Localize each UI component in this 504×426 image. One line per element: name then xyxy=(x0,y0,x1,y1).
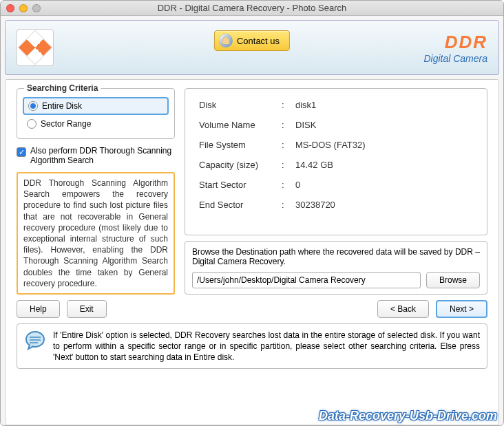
thorough-description: DDR Thorough Scanning Algorithm Search e… xyxy=(17,172,175,295)
radio-sector-range[interactable]: Sector Range xyxy=(23,116,169,131)
info-label: End Sector xyxy=(199,200,282,210)
searching-criteria-fieldset: Searching Criteria Entire Disk Sector Ra… xyxy=(17,88,175,139)
brand-title: DDR xyxy=(423,32,487,53)
watermark: Data-Recovery-Usb-Drive.com xyxy=(319,409,497,423)
info-value: MS-DOS (FAT32) xyxy=(295,140,473,150)
contact-label: Contact us xyxy=(237,36,280,46)
help-button[interactable]: Help xyxy=(17,300,60,318)
info-value: DISK xyxy=(295,120,473,130)
content-area: Searching Criteria Entire Disk Sector Ra… xyxy=(5,79,499,425)
window-title: DDR - Digital Camera Recovery - Photo Se… xyxy=(1,3,503,13)
info-label: Volume Name xyxy=(199,120,282,130)
person-icon xyxy=(219,34,233,47)
radio-icon xyxy=(28,101,38,111)
checkbox-icon xyxy=(17,147,26,157)
next-button[interactable]: Next > xyxy=(436,300,487,318)
destination-path-input[interactable] xyxy=(192,272,421,288)
radio-entire-disk[interactable]: Entire Disk xyxy=(23,97,169,115)
info-bubble-icon xyxy=(24,330,46,352)
svg-point-0 xyxy=(26,332,44,347)
brand-subtitle: Digital Camera xyxy=(423,53,487,64)
brand-block: DDR Digital Camera xyxy=(423,32,487,64)
header-banner: Contact us DDR Digital Camera xyxy=(5,20,499,75)
nav-button-row: Help Exit < Back Next > xyxy=(17,300,487,318)
info-value: 0 xyxy=(295,180,473,190)
destination-text: Browse the Destination path where the re… xyxy=(192,247,480,266)
titlebar: DDR - Digital Camera Recovery - Photo Se… xyxy=(1,1,503,16)
hint-panel: If 'Entire Disk' option is selected, DDR… xyxy=(17,323,487,370)
app-logo xyxy=(17,29,54,66)
info-label: File System xyxy=(199,140,282,150)
thorough-label: Also perform DDR Thorough Scanning Algor… xyxy=(30,146,175,165)
hint-text: If 'Entire Disk' option is selected, DDR… xyxy=(53,330,480,363)
info-value: disk1 xyxy=(295,100,473,110)
contact-us-button[interactable]: Contact us xyxy=(214,30,290,51)
radio-label: Entire Disk xyxy=(42,101,82,111)
info-value: 14.42 GB xyxy=(295,160,473,170)
browse-button[interactable]: Browse xyxy=(426,272,480,288)
radio-label: Sector Range xyxy=(41,119,91,129)
exit-button[interactable]: Exit xyxy=(67,300,107,318)
back-button[interactable]: < Back xyxy=(377,300,429,318)
criteria-legend: Searching Criteria xyxy=(24,83,101,93)
destination-panel: Browse the Destination path where the re… xyxy=(185,241,487,295)
info-label: Start Sector xyxy=(199,180,282,190)
disk-info-panel: Disk:disk1 Volume Name:DISK File System:… xyxy=(185,88,487,235)
app-window: DDR - Digital Camera Recovery - Photo Se… xyxy=(0,0,504,426)
info-value: 30238720 xyxy=(295,200,473,210)
info-label: Disk xyxy=(199,100,282,110)
thorough-checkbox-row[interactable]: Also perform DDR Thorough Scanning Algor… xyxy=(17,145,175,167)
info-label: Capacity (size) xyxy=(199,160,282,170)
radio-icon xyxy=(27,119,36,129)
